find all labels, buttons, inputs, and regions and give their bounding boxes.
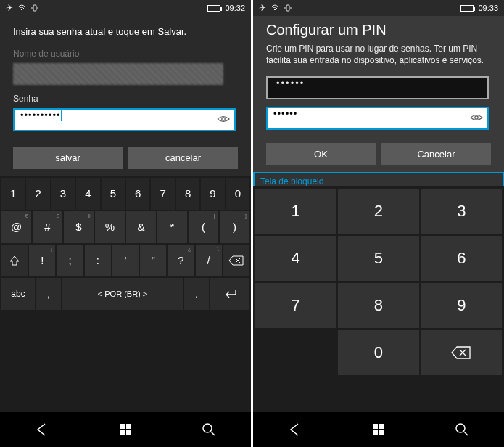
phone-left: ✈ 09:32 Insira sua senha atual e toque e…: [0, 0, 251, 447]
key-2[interactable]: 2: [26, 178, 49, 210]
language-key[interactable]: < POR (BR) >: [62, 278, 183, 310]
search-nav-button[interactable]: [202, 422, 216, 437]
key-9[interactable]: 9: [201, 178, 224, 210]
nav-bar: [253, 412, 504, 447]
clock: 09:33: [478, 4, 498, 12]
phone-right: ✈ 09:33 Configurar um PIN Crie um PIN pa…: [253, 0, 504, 447]
svg-rect-0: [33, 5, 36, 11]
key-6[interactable]: 6: [126, 178, 149, 210]
key-0[interactable]: 0: [226, 178, 249, 210]
key-semi[interactable]: ;: [57, 245, 83, 276]
key-hash[interactable]: #£: [33, 211, 62, 243]
home-nav-button[interactable]: [119, 423, 132, 436]
numkey-7[interactable]: 7: [255, 283, 336, 328]
key-slash[interactable]: /\: [196, 245, 222, 276]
numkey-8[interactable]: 8: [338, 283, 418, 328]
key-percent[interactable]: %: [95, 211, 125, 243]
key-star[interactable]: *: [157, 211, 187, 243]
key-amp[interactable]: &~: [126, 211, 156, 243]
svg-rect-11: [373, 430, 378, 435]
svg-rect-4: [120, 430, 125, 435]
numkey-6[interactable]: 6: [421, 236, 502, 281]
enter-key[interactable]: [210, 278, 249, 310]
vibrate-icon: [284, 4, 292, 12]
keyboard-row-2: @€ #£ $¢ % &~ * ([ )]: [1, 211, 249, 243]
back-nav-button[interactable]: [288, 422, 302, 437]
svg-rect-5: [126, 430, 131, 435]
onscreen-keyboard: 1 2 3 4 5 6 7 8 9 0 @€ #£ $¢ % &~ * ([ )…: [0, 176, 251, 412]
password-prompt-panel: Insira sua senha atual e toque em Salvar…: [0, 16, 251, 176]
ok-button[interactable]: OK: [266, 143, 376, 165]
cancel-button[interactable]: Cancelar: [381, 143, 491, 165]
key-rparen[interactable]: )]: [220, 211, 249, 243]
lockscreen-header: Tela de bloqueio: [253, 172, 504, 186]
numpad: 1 2 3 4 5 6 7 8 9 0: [253, 186, 504, 412]
cancel-button[interactable]: cancelar: [128, 147, 238, 169]
numkey-backspace[interactable]: [421, 330, 502, 375]
key-dollar[interactable]: $¢: [64, 211, 94, 243]
key-3[interactable]: 3: [51, 178, 75, 210]
key-7[interactable]: 7: [151, 178, 174, 210]
pin-input-2[interactable]: ••••••: [266, 107, 489, 130]
back-nav-button[interactable]: [35, 422, 49, 437]
svg-point-8: [475, 116, 478, 119]
key-5[interactable]: 5: [102, 178, 125, 210]
key-question[interactable]: ?¿: [168, 245, 194, 276]
key-8[interactable]: 8: [176, 178, 199, 210]
vibrate-icon: [30, 4, 39, 12]
clock: 09:32: [225, 4, 245, 12]
numkey-9[interactable]: 9: [421, 283, 502, 328]
period-key[interactable]: .: [184, 278, 209, 310]
key-at[interactable]: @€: [1, 211, 31, 243]
svg-point-1: [222, 118, 225, 120]
key-1[interactable]: 1: [1, 178, 25, 210]
shift-key[interactable]: [1, 245, 28, 276]
numkey-3[interactable]: 3: [421, 189, 502, 234]
key-lparen[interactable]: ([: [189, 211, 218, 243]
backspace-key[interactable]: [223, 245, 249, 276]
key-apos[interactable]: ': [112, 245, 139, 276]
instruction-text: Insira sua senha atual e toque em Salvar…: [13, 26, 238, 38]
wifi-icon: [17, 4, 26, 12]
numkey-2[interactable]: 2: [338, 189, 418, 234]
reveal-password-icon[interactable]: [217, 112, 230, 126]
password-input[interactable]: ••••••••••: [13, 108, 236, 131]
pin-setup-panel: Configurar um PIN Crie um PIN para usar …: [253, 16, 504, 172]
keyboard-row-3: !¡ ; : ' " ?¿ /\: [1, 245, 249, 276]
nav-bar: [0, 412, 251, 447]
password-label: Senha: [13, 94, 238, 104]
numkey-4[interactable]: 4: [255, 236, 336, 281]
key-4[interactable]: 4: [76, 178, 99, 210]
key-colon[interactable]: :: [85, 245, 111, 276]
battery-icon: [207, 5, 220, 12]
status-bar: ✈ 09:33: [253, 0, 504, 16]
search-nav-button[interactable]: [455, 422, 469, 437]
numkey-0[interactable]: 0: [338, 330, 418, 375]
numkey-5[interactable]: 5: [338, 236, 418, 281]
svg-rect-3: [126, 424, 131, 429]
panel-title: Configurar um PIN: [266, 22, 491, 38]
battery-icon: [460, 5, 474, 12]
keyboard-row-4: abc , < POR (BR) > .: [1, 278, 249, 310]
comma-key[interactable]: ,: [36, 278, 61, 310]
svg-point-13: [456, 424, 465, 432]
svg-rect-10: [379, 424, 384, 429]
reveal-pin-icon[interactable]: [470, 111, 483, 124]
numkey-blank: [255, 330, 336, 375]
key-quote[interactable]: ": [140, 245, 166, 276]
username-label: Nome de usuário: [13, 49, 238, 59]
pin-input-1[interactable]: ••••••: [266, 76, 489, 99]
svg-rect-7: [286, 5, 289, 11]
key-excl[interactable]: !¡: [29, 245, 55, 276]
svg-rect-2: [120, 424, 125, 429]
username-field-blurred: [13, 63, 223, 85]
numkey-1[interactable]: 1: [255, 189, 336, 234]
home-nav-button[interactable]: [372, 423, 385, 436]
abc-key[interactable]: abc: [1, 278, 35, 310]
wifi-icon: [270, 4, 279, 12]
panel-subtitle: Crie um PIN para usar no lugar de senhas…: [266, 43, 491, 66]
svg-rect-12: [379, 430, 384, 435]
save-button[interactable]: salvar: [13, 147, 123, 169]
airplane-icon: ✈: [6, 3, 13, 13]
status-bar: ✈ 09:32: [0, 0, 251, 16]
